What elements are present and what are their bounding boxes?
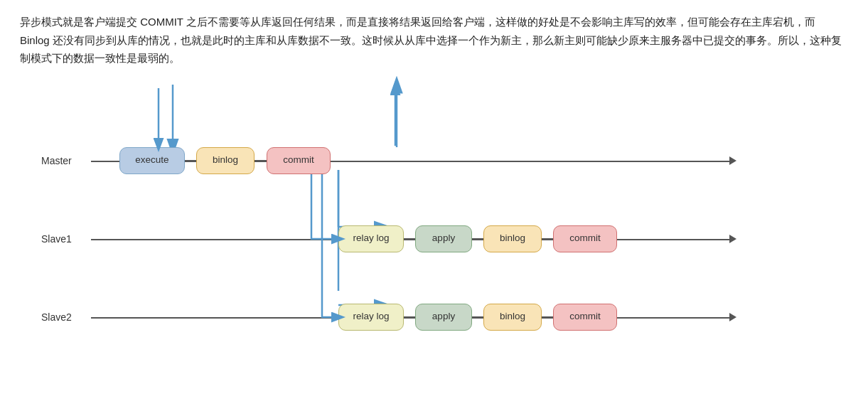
binlog1-box: binlog	[483, 225, 542, 252]
relaylog2-box: relay log	[338, 304, 404, 331]
arrows-svg	[20, 85, 845, 341]
apply1-box: apply	[415, 225, 472, 252]
connector-relay1-apply1	[404, 238, 415, 240]
slave2-label: Slave2	[41, 309, 72, 326]
paragraph: 异步模式就是客户端提交 COMMIT 之后不需要等从库返回任何结果，而是直接将结…	[20, 13, 845, 68]
connector-exec-binlog	[185, 160, 196, 161]
commit1-box: commit	[553, 225, 617, 252]
execute-box: execute	[119, 147, 185, 174]
apply2-box: apply	[415, 304, 472, 331]
master-label: Master	[41, 153, 72, 170]
connector-apply2-binlog2	[472, 316, 483, 318]
diagram: Master execute binlog commit Slave1 rela…	[20, 85, 845, 341]
master-arrow-end	[729, 156, 736, 165]
connector-binlog-commit	[254, 160, 267, 161]
connector-binlog1-commit1	[542, 238, 553, 240]
binlog2-box: binlog	[483, 304, 542, 331]
slave1-label: Slave1	[41, 231, 72, 248]
slave1-arrow-end	[729, 235, 736, 243]
relaylog1-box: relay log	[338, 225, 404, 252]
binlog-master-box: binlog	[196, 147, 254, 174]
connector-apply1-binlog1	[472, 238, 483, 240]
commit-master-box: commit	[267, 147, 331, 174]
intro-text: 异步模式就是客户端提交 COMMIT 之后不需要等从库返回任何结果，而是直接将结…	[20, 13, 845, 68]
connector-binlog2-commit2	[542, 316, 553, 318]
connector-relay2-apply2	[404, 316, 415, 318]
commit2-box: commit	[553, 304, 617, 331]
slave2-arrow-end	[729, 313, 736, 321]
blue-arrows-overlay	[20, 85, 845, 341]
